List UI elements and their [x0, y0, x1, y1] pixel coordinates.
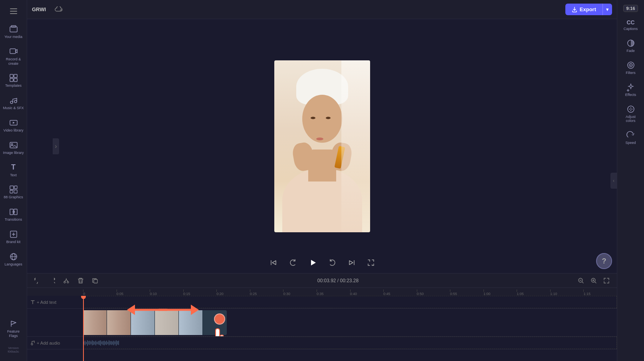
- cloud-save-button[interactable]: [52, 3, 65, 16]
- sidebar-item-adjust-colors[interactable]: Adjustcolors: [618, 102, 643, 126]
- right-sidebar: 9:16 CC Captions Fade Filters Effects Ad…: [617, 0, 644, 361]
- sidebar-item-feature-flags[interactable]: Feature Flags: [1, 316, 26, 341]
- timeline-area: 00:03.92 / 00:23.28: [27, 273, 617, 361]
- video-preview: [274, 60, 370, 232]
- zoom-out-button[interactable]: [575, 275, 587, 286]
- svg-rect-18: [14, 190, 17, 193]
- svg-rect-26: [94, 279, 97, 283]
- sidebar-item-brand-kit[interactable]: Brand kit: [1, 227, 26, 247]
- video-library-icon: [9, 118, 18, 127]
- audio-track-row: + Add audio: [27, 337, 617, 349]
- sidebar-item-effects[interactable]: Effects: [618, 80, 643, 100]
- feature-flags-icon: [9, 319, 18, 328]
- svg-rect-15: [10, 186, 14, 189]
- sidebar-item-video-library[interactable]: Video library: [1, 115, 26, 136]
- copy-button[interactable]: [89, 275, 101, 286]
- sidebar-label-version: Versionf06ba3c: [8, 346, 19, 354]
- sidebar-item-version: Versionf06ba3c: [1, 343, 26, 357]
- video-track-content: [83, 309, 617, 336]
- text-icon: T: [9, 163, 18, 172]
- sidebar-label-languages: Languages: [4, 262, 22, 267]
- sidebar-item-your-media[interactable]: Your media: [1, 22, 26, 42]
- video-track-row: [27, 309, 617, 337]
- sidebar-label-text: Text: [10, 173, 17, 178]
- svg-point-10: [10, 101, 13, 104]
- main-area: GRWI Export ▾ ›: [27, 0, 617, 361]
- preview-area: ›: [27, 19, 617, 273]
- timeline-time-display: 00:03.92 / 00:23.28: [104, 278, 572, 283]
- video-clip[interactable]: [83, 310, 227, 335]
- export-group: Export ▾: [565, 4, 612, 15]
- waveform-display: [83, 337, 616, 349]
- svg-rect-8: [10, 78, 13, 82]
- sidebar-item-speed[interactable]: Speed: [618, 128, 643, 148]
- svg-rect-13: [10, 142, 17, 148]
- sidebar-item-graphics[interactable]: 88 Graphics: [1, 182, 26, 203]
- text-track-row: + Add text: [27, 296, 617, 309]
- menu-button[interactable]: [6, 3, 22, 19]
- sidebar-item-music[interactable]: Music & SFX: [1, 93, 26, 114]
- sidebar-item-transitions[interactable]: Transitions: [1, 204, 26, 225]
- zoom-in-button[interactable]: [588, 275, 599, 286]
- timeline-tracks: + Add text: [27, 296, 617, 361]
- video-frame: [274, 60, 370, 232]
- sidebar-item-languages[interactable]: Languages: [1, 249, 26, 270]
- right-panel-collapse[interactable]: ‹: [610, 173, 617, 189]
- text-track-label: + Add text: [27, 300, 83, 305]
- sidebar-item-captions[interactable]: CC Captions: [618, 16, 643, 34]
- skip-back-button[interactable]: [267, 256, 280, 269]
- audio-track-content[interactable]: [83, 337, 617, 349]
- sidebar-item-filters[interactable]: Filters: [618, 58, 643, 78]
- brand-kit-icon: [9, 230, 18, 239]
- delete-button[interactable]: [75, 275, 86, 286]
- sidebar-item-text[interactable]: T Text: [1, 160, 26, 181]
- adjust-colors-label: Adjustcolors: [626, 115, 636, 123]
- fade-label: Fade: [626, 49, 635, 53]
- sidebar-label-image-library: Image library: [3, 151, 24, 155]
- help-button[interactable]: ?: [596, 253, 612, 269]
- sidebar-item-templates[interactable]: Templates: [1, 70, 26, 91]
- svg-rect-2: [10, 13, 17, 14]
- your-media-icon: [9, 25, 18, 34]
- redo-button[interactable]: [46, 275, 57, 286]
- sidebar-item-fade[interactable]: Fade: [618, 36, 643, 56]
- left-panel-collapse[interactable]: ›: [53, 138, 59, 154]
- sidebar-label-record: Record &create: [6, 57, 21, 66]
- svg-rect-3: [10, 27, 17, 32]
- rewind-button[interactable]: [286, 256, 299, 269]
- svg-rect-4: [11, 26, 16, 27]
- text-track-content[interactable]: [83, 296, 617, 308]
- expand-timeline-button[interactable]: [601, 275, 612, 286]
- svg-rect-6: [10, 74, 13, 78]
- sidebar-label-transitions: Transitions: [5, 217, 22, 222]
- sidebar-item-record[interactable]: Record &create: [1, 44, 26, 69]
- ruler-marks: 0 0:05 0:10 0:15 0:20 0:25 0:30 0:35 0:4…: [83, 289, 617, 296]
- svg-rect-0: [10, 8, 17, 9]
- svg-point-24: [64, 281, 65, 283]
- export-dropdown-button[interactable]: ▾: [602, 4, 612, 15]
- languages-icon: [9, 252, 18, 261]
- graphics-icon: [9, 185, 18, 194]
- skip-forward-button[interactable]: [345, 256, 358, 269]
- cut-button[interactable]: [61, 275, 72, 286]
- svg-rect-16: [14, 186, 17, 189]
- svg-rect-1: [10, 11, 17, 12]
- svg-rect-9: [14, 78, 17, 82]
- transitions-icon: [9, 207, 18, 216]
- project-title: GRWI: [32, 6, 46, 12]
- svg-rect-17: [10, 190, 13, 193]
- fullscreen-button[interactable]: [365, 256, 377, 269]
- svg-point-34: [628, 106, 634, 112]
- undo-button[interactable]: [32, 275, 43, 286]
- sidebar-label-music: Music & SFX: [3, 106, 24, 110]
- svg-point-11: [14, 100, 17, 103]
- svg-rect-7: [14, 74, 17, 78]
- forward-button[interactable]: [326, 256, 339, 269]
- record-icon: [9, 47, 18, 56]
- aspect-ratio-badge[interactable]: 9:16: [623, 5, 638, 12]
- export-label: Export: [580, 6, 596, 12]
- audio-track-label: + Add audio: [27, 341, 83, 345]
- play-button[interactable]: [305, 255, 320, 270]
- export-button[interactable]: Export: [565, 4, 602, 15]
- sidebar-item-image-library[interactable]: Image library: [1, 138, 26, 158]
